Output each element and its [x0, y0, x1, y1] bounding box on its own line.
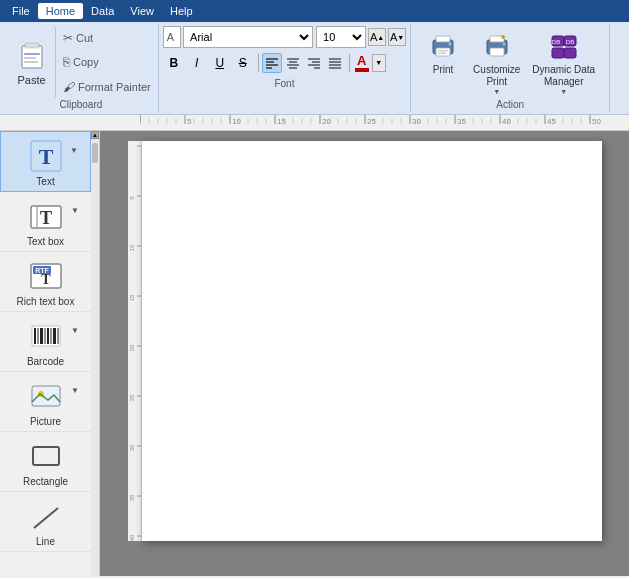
- font-group-label: Font: [163, 78, 406, 89]
- svg-text:40: 40: [129, 534, 135, 541]
- menu-file[interactable]: File: [4, 3, 38, 19]
- svg-text:5: 5: [187, 117, 192, 126]
- font-size-select[interactable]: 10: [316, 26, 366, 48]
- text-tool-label: Text: [36, 176, 54, 187]
- barcode-icon: [28, 318, 64, 354]
- clipboard-group-label: Clipboard: [8, 99, 154, 110]
- svg-rect-121: [33, 447, 59, 465]
- underline-button[interactable]: U: [209, 52, 231, 74]
- action-group-label: Action: [496, 99, 524, 110]
- italic-button[interactable]: I: [186, 52, 208, 74]
- svg-line-122: [34, 508, 58, 528]
- font-icon: A: [167, 31, 174, 43]
- line-icon: [28, 498, 64, 534]
- cut-button[interactable]: ✂ Cut: [60, 30, 154, 46]
- svg-text:10: 10: [232, 117, 241, 126]
- font-shrink-button[interactable]: A▼: [388, 28, 406, 46]
- format-painter-icon: 🖌: [63, 80, 75, 94]
- svg-rect-4: [24, 57, 36, 59]
- svg-rect-3: [24, 53, 40, 55]
- svg-text:35: 35: [129, 494, 135, 501]
- menu-bar: File Home Data View Help: [0, 0, 629, 22]
- text-box-dropdown-icon[interactable]: ▼: [71, 206, 79, 215]
- menu-home[interactable]: Home: [38, 3, 83, 19]
- svg-text:T: T: [39, 208, 51, 228]
- picture-dropdown-icon[interactable]: ▼: [71, 386, 79, 395]
- menu-help[interactable]: Help: [162, 3, 201, 19]
- align-justify-button[interactable]: [325, 53, 345, 73]
- svg-rect-114: [44, 328, 45, 344]
- tool-text-box[interactable]: T ▼ Text box: [0, 192, 91, 252]
- rectangle-icon: [28, 438, 64, 474]
- font-group: A Arial 10 A▲ A▼ B I U S: [159, 24, 411, 112]
- svg-text:30: 30: [412, 117, 421, 126]
- tool-rich-text-box[interactable]: RTF T Rich text box: [0, 252, 91, 312]
- copy-label: Copy: [73, 56, 99, 68]
- color-letter: A: [357, 53, 366, 68]
- bold-button[interactable]: B: [163, 52, 185, 74]
- vertical-ruler: 5 10 15 20 25 30 35 40: [128, 141, 142, 541]
- svg-text:T: T: [41, 272, 51, 287]
- align-center-button[interactable]: [283, 53, 303, 73]
- svg-rect-117: [53, 328, 56, 344]
- align-right-button[interactable]: [304, 53, 324, 73]
- font-grow-button[interactable]: A▲: [368, 28, 386, 46]
- format-painter-button[interactable]: 🖌 Format Painter: [60, 79, 154, 95]
- svg-rect-24: [436, 48, 450, 56]
- svg-text:20: 20: [322, 117, 331, 126]
- menu-data[interactable]: Data: [83, 3, 122, 19]
- barcode-dropdown-icon[interactable]: ▼: [71, 326, 79, 335]
- svg-text:T: T: [38, 144, 53, 169]
- tool-text[interactable]: T ▼ Text: [0, 131, 91, 192]
- svg-text:15: 15: [277, 117, 286, 126]
- svg-rect-116: [50, 328, 51, 344]
- canvas-area: 5 10 15 20 25 30 35 40: [100, 131, 629, 576]
- text-tool-dropdown-icon[interactable]: ▼: [70, 146, 78, 155]
- print-button[interactable]: Print: [419, 26, 467, 79]
- customize-print-icon: [481, 30, 513, 62]
- svg-text:DB: DB: [566, 39, 574, 45]
- scrollbar-up-arrow[interactable]: ▲: [91, 131, 99, 139]
- cut-label: Cut: [76, 32, 93, 44]
- left-toolbar-scrollbar[interactable]: ▲: [91, 131, 99, 576]
- svg-rect-35: [564, 48, 576, 58]
- font-color-button[interactable]: A: [353, 51, 371, 74]
- action-group: Print Customize Print ▼: [411, 24, 610, 112]
- svg-rect-115: [47, 328, 49, 344]
- tool-picture[interactable]: ▼ Picture: [0, 372, 91, 432]
- copy-button[interactable]: ⎘ Copy: [60, 54, 154, 70]
- dynamic-data-manager-button[interactable]: DB DB Dynamic Data Manager ▼: [526, 26, 601, 99]
- tool-rectangle[interactable]: Rectangle: [0, 432, 91, 492]
- vertical-ruler-svg: 5 10 15 20 25 30 35 40: [128, 141, 142, 541]
- svg-rect-113: [40, 328, 43, 344]
- tool-barcode[interactable]: ▼ Barcode: [0, 312, 91, 372]
- menu-view[interactable]: View: [122, 3, 162, 19]
- dynamic-data-label: Dynamic Data Manager: [532, 64, 595, 88]
- font-name-select[interactable]: Arial: [183, 26, 313, 48]
- left-toolbar: T ▼ Text T: [0, 131, 100, 576]
- picture-icon: [28, 378, 64, 414]
- clipboard-group: Paste ✂ Cut ⎘ Copy 🖌 Format Painter: [4, 24, 159, 112]
- ruler-svg: /* ruler generated via JS below */ 51015…: [140, 115, 629, 128]
- svg-point-27: [449, 43, 452, 46]
- paste-button[interactable]: Paste: [8, 26, 56, 99]
- color-dropdown-button[interactable]: ▼: [372, 54, 386, 72]
- rectangle-label: Rectangle: [23, 476, 68, 487]
- tool-items-container: T ▼ Text T: [0, 131, 91, 576]
- main-area: T ▼ Text T: [0, 131, 629, 576]
- svg-point-31: [502, 43, 505, 46]
- strikethrough-button[interactable]: S: [232, 52, 254, 74]
- format-painter-label: Format Painter: [78, 81, 151, 93]
- customize-print-button[interactable]: Customize Print ▼: [467, 26, 526, 99]
- scrollbar-thumb[interactable]: [92, 143, 98, 163]
- svg-rect-118: [57, 328, 58, 344]
- color-bar: [355, 68, 369, 72]
- align-left-button[interactable]: [262, 53, 282, 73]
- tool-line[interactable]: Line: [0, 492, 91, 552]
- clipboard-side: ✂ Cut ⎘ Copy 🖌 Format Painter: [60, 26, 154, 99]
- svg-rect-2: [25, 43, 39, 48]
- svg-text:35: 35: [457, 117, 466, 126]
- dynamic-data-icon: DB DB: [548, 30, 580, 62]
- ribbon: Paste ✂ Cut ⎘ Copy 🖌 Format Painter: [0, 22, 629, 115]
- cut-icon: ✂: [63, 31, 73, 45]
